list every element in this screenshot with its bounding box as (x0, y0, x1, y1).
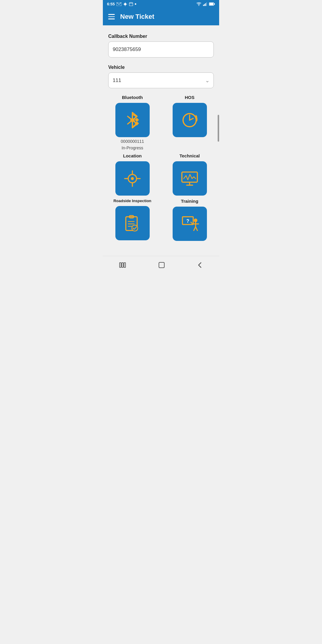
category-hos[interactable]: HOS (165, 95, 214, 150)
svg-rect-16 (210, 3, 213, 5)
bluetooth-label: Bluetooth (122, 95, 143, 100)
svg-text:?: ? (186, 219, 189, 224)
category-technical[interactable]: Technical (165, 153, 214, 196)
vehicle-select[interactable]: 111 222 333 (108, 72, 214, 88)
bluetooth-sub1: 0000000111 (121, 139, 144, 144)
training-label: Training (181, 199, 198, 204)
status-time: 6:55 (107, 2, 115, 6)
svg-point-1 (124, 3, 126, 5)
svg-point-10 (199, 5, 199, 6)
app-header: New Ticket (103, 8, 219, 25)
svg-rect-48 (122, 263, 123, 267)
page-title: New Ticket (120, 13, 154, 21)
category-grid: Bluetooth (108, 95, 214, 241)
svg-rect-6 (129, 3, 133, 6)
category-roadside[interactable]: Roadside Inspection (108, 199, 157, 241)
recent-apps-icon (119, 261, 126, 269)
roadside-label: Roadside Inspection (113, 199, 151, 203)
svg-point-41 (194, 219, 197, 222)
bluetooth-icon-box[interactable] (115, 103, 150, 137)
clipboard-icon (122, 213, 143, 233)
callback-label: Callback Number (108, 34, 214, 39)
svg-rect-11 (203, 5, 204, 6)
training-icon: ? (179, 214, 200, 234)
notification-dot (135, 3, 136, 5)
category-location[interactable]: Location (108, 153, 157, 196)
bluetooth-icon (122, 110, 143, 130)
bottom-nav (103, 256, 219, 277)
svg-marker-23 (195, 115, 197, 117)
hos-clock-icon (179, 110, 200, 130)
battery-icon (209, 2, 215, 6)
vehicle-select-wrapper: 111 222 333 ⌄ (108, 72, 214, 88)
main-content: Callback Number Vehicle 111 222 333 ⌄ Bl… (103, 25, 219, 247)
mail-icon (117, 2, 121, 6)
hos-icon-box[interactable] (173, 103, 207, 137)
weather-icon (123, 2, 127, 6)
back-icon (197, 261, 203, 269)
training-icon-box[interactable]: ? (173, 207, 207, 241)
wifi-icon (196, 2, 201, 6)
svg-rect-30 (182, 172, 197, 182)
svg-point-25 (131, 177, 134, 180)
calendar-icon (129, 2, 133, 6)
category-bluetooth[interactable]: Bluetooth (108, 95, 157, 150)
location-label: Location (123, 153, 142, 158)
back-button[interactable] (192, 260, 208, 272)
svg-line-45 (196, 227, 197, 230)
recent-apps-button[interactable] (114, 260, 131, 272)
bluetooth-sub2: In-Progress (122, 145, 143, 150)
status-right (196, 2, 215, 6)
scrollbar[interactable] (218, 115, 219, 142)
technical-icon (179, 168, 200, 189)
technical-label: Technical (179, 153, 200, 158)
location-icon (122, 168, 143, 189)
svg-rect-14 (206, 2, 207, 6)
menu-button[interactable] (108, 14, 115, 19)
svg-rect-47 (120, 263, 121, 267)
svg-rect-13 (205, 3, 206, 6)
svg-rect-50 (159, 262, 164, 268)
signal-icon (203, 2, 207, 6)
home-button[interactable] (153, 260, 171, 272)
status-left: 6:55 (107, 2, 136, 6)
vehicle-label: Vehicle (108, 65, 214, 70)
svg-rect-17 (214, 3, 215, 5)
technical-icon-box[interactable] (173, 161, 207, 196)
svg-rect-49 (124, 263, 126, 267)
home-icon (158, 261, 165, 269)
location-icon-box[interactable] (115, 161, 150, 196)
hos-label: HOS (185, 95, 195, 100)
roadside-icon-box[interactable] (115, 206, 150, 240)
svg-rect-12 (204, 4, 205, 6)
category-training[interactable]: Training ? (165, 199, 214, 241)
callback-input[interactable] (108, 41, 214, 58)
svg-line-46 (191, 222, 193, 224)
status-bar: 6:55 (103, 0, 219, 8)
